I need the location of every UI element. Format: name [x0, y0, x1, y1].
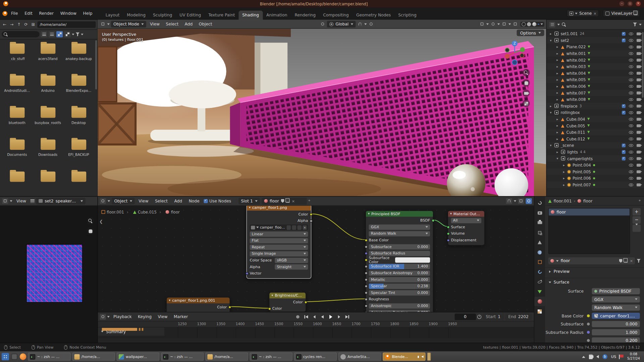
expand-arrow-icon[interactable]: ▸	[563, 163, 567, 167]
hide-in-viewport-icon[interactable]	[629, 32, 633, 35]
folder-item[interactable]: BlenderExpo...	[63, 75, 94, 108]
properties-tab-icon[interactable]	[534, 257, 545, 267]
menubar-menu[interactable]: Window	[57, 10, 79, 17]
property-row[interactable]: Subsurface 0.000	[545, 320, 640, 327]
snap-magnet-icon[interactable]	[357, 21, 363, 27]
node-row[interactable]: Specular Specular0.238	[369, 283, 430, 289]
folder-item-partial[interactable]	[63, 172, 94, 196]
outliner-row[interactable]: ▸ white.008	[547, 96, 644, 103]
disable-in-render-icon[interactable]	[637, 39, 641, 42]
node-socket[interactable]	[246, 272, 249, 275]
outliner-row[interactable]: ▸ Point.005	[547, 168, 644, 175]
workspace-tab[interactable]: Compositing	[319, 10, 353, 19]
node-row[interactable]: Color Color	[170, 304, 227, 310]
breadcrumb-item[interactable]: floor	[157, 210, 180, 214]
expand-arrow-icon[interactable]: ▸	[556, 98, 560, 101]
property-row[interactable]: GGX	[545, 296, 640, 303]
editor-type-chevron[interactable]	[108, 200, 110, 202]
jump-to-end-button[interactable]	[343, 314, 351, 319]
outliner-row[interactable]: ▾ set2	[547, 37, 644, 44]
disable-in-render-icon[interactable]	[637, 124, 641, 127]
pin-icon[interactable]: ⌖	[639, 199, 641, 203]
timeline-menu[interactable]: Marker	[171, 314, 191, 320]
use-nodes-checkbox[interactable]	[204, 199, 208, 203]
taskbar-window-button[interactable]: ~ : zsh — ...	[250, 353, 292, 361]
hide-in-viewport-icon[interactable]	[629, 58, 633, 61]
filter-chevron[interactable]	[639, 23, 641, 25]
snap-magnet-icon[interactable]	[506, 198, 512, 204]
folder-item[interactable]: Arduino	[33, 75, 63, 108]
folder-item[interactable]: AndroidStudi...	[2, 75, 33, 108]
folder-item[interactable]: Desktop	[63, 108, 94, 140]
current-frame-field[interactable]: 0	[454, 313, 476, 320]
timeline-menu[interactable]: View	[155, 314, 170, 320]
folder-item[interactable]: Documents	[2, 139, 33, 172]
breadcrumb-item[interactable]: Cube.015	[124, 210, 157, 214]
color-swatch[interactable]	[395, 257, 430, 262]
folder-item[interactable]: acers3fand	[33, 44, 63, 76]
node-socket[interactable]	[365, 265, 368, 268]
remove-slot-button[interactable]: −	[633, 216, 641, 224]
expand-arrow-icon[interactable]: ▸	[556, 52, 560, 55]
clock[interactable]: 0:08 5/27/24	[627, 353, 640, 361]
node-socket[interactable]	[447, 226, 450, 229]
properties-tab-icon[interactable]	[534, 238, 545, 247]
node-row[interactable]: All All	[451, 218, 481, 223]
disable-in-render-icon[interactable]	[637, 52, 641, 55]
hide-in-viewport-icon[interactable]	[629, 85, 633, 88]
property-widget[interactable]: Principled BSDF	[592, 288, 640, 294]
node-socket[interactable]	[310, 213, 313, 216]
camera-view-icon[interactable]	[523, 89, 530, 97]
taskbar-window-button[interactable]: AmalieSta...	[338, 353, 381, 361]
hide-in-viewport-icon[interactable]	[629, 164, 633, 167]
taskbar-window-button[interactable]: wallpaper...	[117, 353, 159, 361]
workspace-tab[interactable]: Texture Paint	[205, 10, 238, 19]
workspace-tab[interactable]: Modeling	[123, 10, 149, 19]
property-widget[interactable]: 0.200	[592, 337, 640, 343]
node-row[interactable]: Subsurface IOR Subsurface IOR1.400	[369, 263, 430, 269]
property-row[interactable]: Surface Principled BSDF	[545, 288, 640, 294]
transform-orientation-dropdown[interactable]: Global	[327, 21, 356, 27]
properties-tab-icon[interactable]	[534, 218, 545, 227]
hide-in-viewport-icon[interactable]	[629, 111, 633, 114]
outliner-row[interactable]: ▸ Cube.012	[547, 135, 644, 142]
path-field[interactable]: /home/amalie/	[37, 21, 96, 28]
outliner-row[interactable]: ▸ Cube.005	[547, 122, 644, 129]
new-viewlayer-icon[interactable]	[634, 12, 638, 15]
viewport-3d-scene[interactable]	[98, 29, 546, 196]
overlays-icon[interactable]	[518, 198, 524, 204]
search-icon[interactable]	[562, 22, 566, 26]
property-row[interactable]: Subsurface Radius 1.000	[545, 329, 640, 336]
hide-in-viewport-icon[interactable]	[629, 124, 633, 127]
node-row[interactable]: Anisotropic Rotation Anisotropic Rotatio…	[369, 309, 430, 312]
expand-arrow-icon[interactable]: ▸	[550, 104, 554, 108]
hide-in-viewport-icon[interactable]	[629, 157, 633, 160]
timeline-track-area[interactable]: Summary	[98, 327, 534, 338]
shader-editor-menu[interactable]: Select	[153, 198, 170, 204]
expand-arrow-icon[interactable]: ▸	[563, 170, 567, 173]
outliner-row[interactable]: ▸ white.007	[547, 89, 644, 96]
disable-in-render-icon[interactable]	[637, 170, 641, 173]
outliner-row[interactable]: ▸ white.002	[547, 57, 644, 63]
grid-view-button[interactable]	[56, 31, 63, 37]
node-socket[interactable]	[365, 291, 368, 294]
property-row[interactable]: Random Walk	[545, 304, 640, 311]
node-row[interactable]: Subsurface Anisotropy Subsurface Anisotr…	[369, 270, 430, 276]
pivot-point-icon[interactable]	[319, 21, 325, 27]
properties-tab-icon[interactable]	[534, 267, 545, 277]
outliner-row[interactable]: ▾ _scene	[547, 142, 644, 149]
auto-keying-button[interactable]	[294, 314, 302, 319]
window-titlebar[interactable]: Blender [/home/amalie/Desktop/blender/ca…	[0, 0, 644, 7]
pan-hand-icon[interactable]	[523, 79, 530, 86]
node-row[interactable]: Surface Surface	[451, 224, 481, 230]
filter-chevron[interactable]	[81, 34, 83, 35]
viewlayer-selector[interactable]: ViewLayer	[603, 10, 640, 17]
shader-editor-menu[interactable]: Add	[172, 198, 184, 204]
outliner-row[interactable]: ▾ rollingbox	[547, 109, 644, 116]
property-row[interactable]: Base Color camper_floor1.png	[545, 312, 640, 319]
editor-type-chevron[interactable]	[10, 200, 12, 202]
node-header[interactable]: Material Output	[448, 211, 484, 217]
node-row[interactable]: Volume Volume	[451, 231, 481, 236]
proportional-edit-icon[interactable]	[368, 21, 374, 27]
node-row[interactable]: Flat Flat	[250, 238, 308, 243]
